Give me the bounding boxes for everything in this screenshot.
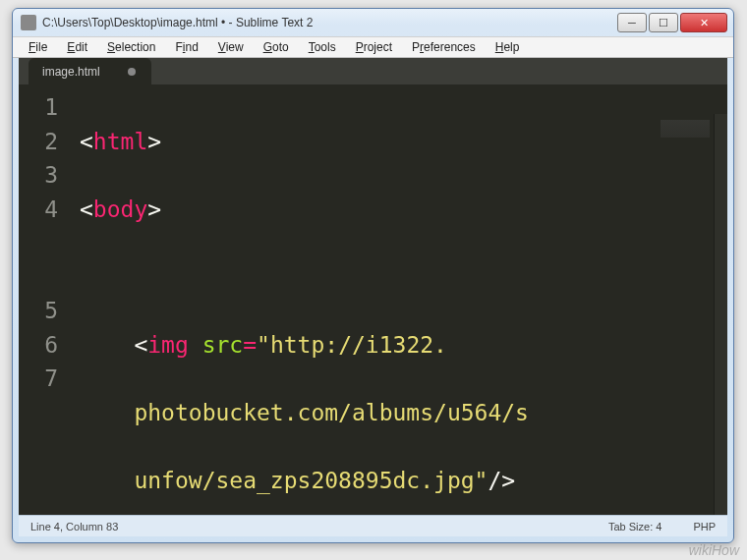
tab-image-html[interactable]: image.html (29, 58, 151, 84)
line-number: 1 (19, 90, 58, 125)
app-window: C:\Users\Top\Desktop\image.html • - Subl… (12, 8, 734, 543)
menu-goto[interactable]: Goto (254, 38, 299, 56)
menu-help[interactable]: Help (486, 38, 530, 56)
tab-size[interactable]: Tab Size: 4 (608, 521, 661, 532)
statusbar: Line 4, Column 83 Tab Size: 4 PHP (19, 515, 727, 536)
window-controls: ─ ☐ ✕ (617, 13, 727, 32)
menu-selection[interactable]: Selection (97, 38, 165, 56)
app-icon (21, 15, 36, 30)
editor-area: image.html 1 2 3 4 5 6 7 <html> <body> <… (19, 58, 727, 515)
menu-project[interactable]: Project (346, 38, 402, 56)
menu-file[interactable]: File (19, 38, 57, 56)
line-number: 7 (19, 362, 58, 396)
code-area[interactable]: 1 2 3 4 5 6 7 <html> <body> <img src="ht… (19, 84, 727, 515)
minimize-button[interactable]: ─ (617, 13, 647, 32)
line-number: 3 (19, 158, 58, 193)
titlebar[interactable]: C:\Users\Top\Desktop\image.html • - Subl… (13, 9, 733, 36)
gutter: 1 2 3 4 5 6 7 (19, 84, 68, 515)
menubar: File Edit Selection Find View Goto Tools… (13, 36, 733, 58)
cursor-position[interactable]: Line 4, Column 83 (30, 521, 118, 532)
line-number: 2 (19, 125, 58, 159)
menu-find[interactable]: Find (165, 38, 207, 56)
dirty-indicator-icon (128, 68, 136, 76)
watermark: wikiHow (689, 542, 739, 558)
menu-view[interactable]: View (208, 38, 254, 56)
line-number: 4 (19, 193, 58, 227)
code-content[interactable]: <html> <body> <img src="http://i1322. ph… (68, 84, 727, 515)
menu-preferences[interactable]: Preferences (402, 38, 486, 56)
vertical-scrollbar[interactable] (714, 114, 727, 515)
tab-label: image.html (42, 65, 100, 79)
maximize-button[interactable]: ☐ (649, 13, 678, 32)
line-number: 6 (19, 328, 58, 363)
minimap[interactable] (661, 120, 710, 138)
window-title: C:\Users\Top\Desktop\image.html • - Subl… (42, 16, 617, 29)
syntax-language[interactable]: PHP (693, 521, 716, 532)
menu-edit[interactable]: Edit (57, 38, 97, 56)
close-button[interactable]: ✕ (680, 13, 727, 32)
menu-tools[interactable]: Tools (299, 38, 346, 56)
line-number: 5 (19, 294, 58, 328)
tab-row: image.html (19, 58, 727, 84)
